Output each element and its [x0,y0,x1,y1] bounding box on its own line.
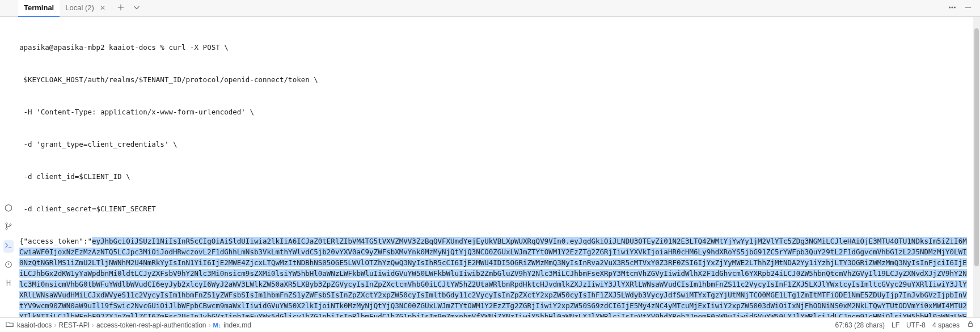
terminal-line: -d client_id=$CLIENT_ID \ [19,171,969,182]
tab-local[interactable]: Local (2) ✕ [60,0,112,17]
terminal-line: apasika@apasika-mbp2 kaaiot-docs % curl … [19,42,969,53]
markdown-icon: M↓ [213,322,222,329]
folder-icon [6,320,14,330]
terminal-output[interactable]: apasika@apasika-mbp2 kaaiot-docs % curl … [17,17,973,317]
svg-point-3 [6,223,7,224]
svg-rect-7 [969,324,973,326]
svg-point-5 [10,224,11,225]
status-bar: kaaiot-docs › REST-API › access-token-re… [0,317,980,332]
readonly-icon[interactable] [966,320,974,330]
command-icon[interactable] [3,240,14,253]
tab-label: Local (2) [65,3,94,12]
vcs-icon[interactable] [5,279,12,289]
terminal-line: -d client_secret=$CLIENT_SECRET [19,203,969,214]
hexagon-icon[interactable] [5,204,12,214]
left-gutter [0,17,17,317]
breadcrumbs[interactable]: kaaiot-docs › REST-API › access-token-re… [17,321,251,329]
crumb-segment[interactable]: access-token-rest-api-authentication [96,321,206,329]
branch-icon[interactable] [5,222,12,232]
svg-point-4 [6,228,7,229]
crumb-file[interactable]: index.md [223,321,251,329]
warning-icon[interactable] [5,261,12,271]
chevron-right-icon: › [209,321,211,329]
terminal-line: $KEYCLOAK_HOST/auth/realms/$TENANT_ID/pr… [19,74,969,85]
caret-position[interactable]: 67:63 (28 chars) [835,321,885,329]
tab-terminal[interactable]: Terminal [18,0,60,17]
crumb-segment[interactable]: REST-API [58,321,90,329]
add-tab-icon[interactable] [117,3,125,13]
crumb-project[interactable]: kaaiot-docs [17,321,52,329]
tool-window-body: apasika@apasika-mbp2 kaaiot-docs % curl … [0,17,980,317]
chevron-right-icon: › [54,321,56,329]
terminal-line: -d 'grant_type=client_credentials' \ [19,139,969,150]
close-icon[interactable]: ✕ [99,4,107,12]
terminal-line: -H 'Content-Type: application/x-www-form… [19,107,969,117]
chevron-right-icon: › [92,321,94,329]
selected-text: eyJhbGciOiJSUzI1NiIsInR5cCIgOiAiSldUIiwi… [19,237,967,317]
svg-point-2 [954,7,955,8]
tab-bar: Terminal Local (2) ✕ [0,0,980,17]
chevron-down-icon[interactable] [133,3,141,13]
indent[interactable]: 4 spaces [932,321,960,329]
line-separator[interactable]: LF [892,321,899,329]
tab-label: Terminal [24,3,54,12]
terminal-response: {"access_token":"eyJhbGciOiJSUzI1NiIsInR… [19,236,969,317]
encoding[interactable]: UTF-8 [906,321,926,329]
scroll-thumb[interactable] [974,28,979,266]
svg-point-1 [952,7,953,8]
more-icon[interactable] [948,3,956,13]
tab-group: Terminal Local (2) ✕ [18,0,145,17]
svg-point-0 [949,7,951,8]
hide-panel-icon[interactable] [964,3,972,13]
scrollbar[interactable] [973,17,980,317]
